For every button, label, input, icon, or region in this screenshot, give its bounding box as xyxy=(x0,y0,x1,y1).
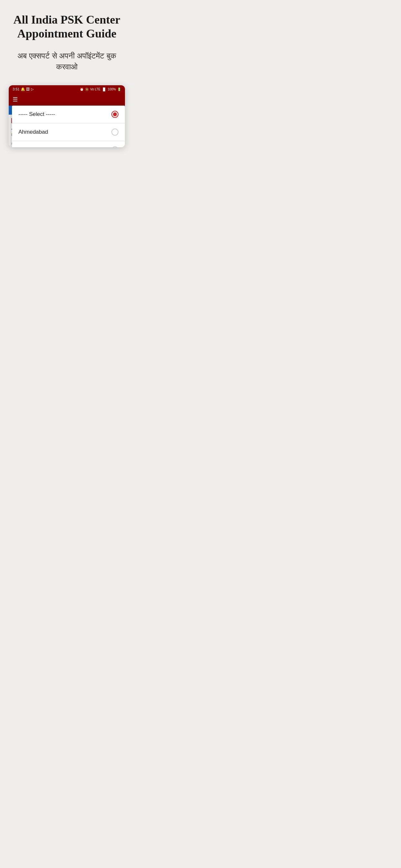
mute-icon: 🔕 xyxy=(85,88,89,91)
notification-icons: 🔔 🖼 ▷ xyxy=(21,87,33,91)
city-dropdown-modal[interactable]: ----- Select ----- Ahmedabad Amritsar Ba… xyxy=(12,105,125,147)
dropdown-label-amritsar: Amritsar xyxy=(19,147,39,147)
dropdown-label-ahmedabad: Ahmedabad xyxy=(19,129,48,135)
header-section: All India PSK Center Appointment Guide अ… xyxy=(0,0,134,79)
page-subtitle: अब एक्सपर्ट से अपनी अपॉइंटमेंट बुक करवाओ xyxy=(10,51,124,72)
hamburger-icon[interactable]: ☰ xyxy=(12,96,18,103)
battery-icon: 🔋 xyxy=(117,88,121,91)
dropdown-item-ahmedabad[interactable]: Ahmedabad xyxy=(12,123,125,141)
app-header: ☰ xyxy=(9,93,125,105)
battery-display: 100% xyxy=(107,88,116,91)
status-left: 3:51 🔔 🖼 ▷ xyxy=(12,87,34,91)
signal-text: Vo LTE xyxy=(90,88,100,91)
dropdown-overlay: C s | RTI POPS Av Field ----- Select ---… xyxy=(9,105,125,140)
phone-mockup: 3:51 🔔 🖼 ▷ ⏰ 🔕 Vo LTE ▐▌ 100% 🔋 ☰ C s | … xyxy=(9,85,125,147)
radio-amritsar xyxy=(112,146,119,147)
status-bar: 3:51 🔔 🖼 ▷ ⏰ 🔕 Vo LTE ▐▌ 100% 🔋 xyxy=(9,85,125,93)
status-right: ⏰ 🔕 Vo LTE ▐▌ 100% 🔋 xyxy=(80,88,121,91)
time-display: 3:51 xyxy=(12,87,19,91)
signal-bars: ▐▌ xyxy=(102,88,106,91)
alarm-icon: ⏰ xyxy=(80,88,84,91)
radio-ahmedabad xyxy=(112,128,119,135)
dropdown-item-select[interactable]: ----- Select ----- xyxy=(12,105,125,123)
dropdown-item-amritsar[interactable]: Amritsar xyxy=(12,141,125,147)
dropdown-label-select: ----- Select ----- xyxy=(19,111,55,118)
page-title: All India PSK Center Appointment Guide xyxy=(10,13,124,41)
radio-select xyxy=(112,111,119,118)
